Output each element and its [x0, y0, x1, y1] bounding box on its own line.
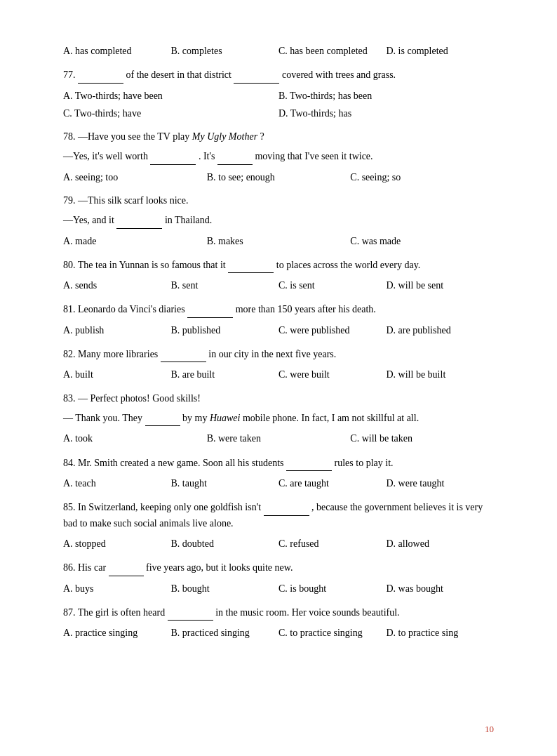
q81-text: Leonardo da Vinci's diaries: [78, 304, 185, 314]
q80-option-b: B. sent: [171, 277, 279, 294]
q83-text2: — Thank you. They by my Huawei mobile ph…: [63, 410, 494, 426]
q87-text-end: in the music room. Her voice sounds beau…: [215, 607, 399, 618]
question-87: 87. The girl is often heard in the music…: [63, 604, 494, 642]
q86-option-a: A. buys: [63, 580, 171, 597]
q87-number: 87.: [63, 607, 76, 618]
q82-text: Many more libraries: [78, 349, 158, 359]
question-85: 85. In Switzerland, keeping only one gol…: [63, 499, 494, 552]
q79-text1: 79. —This silk scarf looks nice.: [63, 193, 494, 208]
q81-text: 81. Leonardo da Vinci's diaries more tha…: [63, 301, 494, 317]
q78-text2: —Yes, it's well worth . It's moving that…: [63, 148, 494, 164]
option-b: B. completes: [171, 42, 279, 60]
q80-text-end: to places across the world every day.: [276, 260, 421, 270]
q86-option-b: B. bought: [171, 580, 279, 597]
q78-option-a: A. seeing; too: [63, 168, 207, 186]
q84-options: A. teach B. taught C. are taught D. were…: [63, 475, 494, 492]
q79-number: 79.: [63, 195, 76, 206]
q87-option-d: D. to practice sing: [387, 624, 495, 642]
q82-options: A. built B. are built C. were built D. w…: [63, 366, 494, 383]
q79-option-a: A. made: [63, 232, 207, 250]
q81-number: 81.: [63, 304, 76, 314]
q83-options: A. took B. were taken C. will be taken: [63, 430, 494, 447]
q86-option-c: C. is bought: [278, 580, 387, 597]
q85-text: In Switzerland, keeping only one goldfis…: [78, 502, 261, 512]
q82-option-c: C. were built: [278, 366, 387, 383]
q83-pre: by my: [182, 413, 207, 423]
q78-title: My Ugly Mother: [192, 131, 257, 142]
top-options-row: A. has completed B. completes C. has bee…: [63, 42, 494, 60]
q81-text-end: more than 150 years after his death.: [236, 304, 376, 314]
q83-option-b: B. were taken: [207, 430, 351, 447]
q86-text-end: five years ago, but it looks quite new.: [146, 562, 293, 573]
q77-text: 77. of the desert in that district cover…: [63, 67, 494, 83]
q77-options: A. Two-thirds; have been B. Two-thirds; …: [63, 87, 494, 122]
q86-option-d: D. was bought: [387, 580, 495, 597]
q83-number: 83.: [63, 393, 76, 404]
q82-option-b: B. are built: [171, 366, 279, 383]
q81-blank: [187, 301, 233, 317]
q79-text2-start: —Yes, and it: [63, 215, 114, 225]
q83-text1: 83. — Perfect photos! Good skills!: [63, 391, 494, 406]
question-78: 78. —Have you see the TV play My Ugly Mo…: [63, 129, 494, 186]
option-c: C. has been completed: [278, 42, 387, 60]
q81-option-b: B. published: [171, 321, 279, 339]
q77-option-b: B. Two-thirds; has been: [278, 87, 494, 105]
q78-text1: 78. —Have you see the TV play My Ugly Mo…: [63, 129, 494, 145]
q82-option-a: A. built: [63, 366, 171, 383]
q84-text: Mr. Smith created a new game. Soon all h…: [78, 458, 284, 468]
q80-number: 80.: [63, 260, 76, 270]
q80-blank: [228, 257, 274, 273]
q79-options: A. made B. makes C. was made: [63, 232, 494, 250]
q84-text-end: rules to play it.: [335, 458, 394, 468]
q87-option-c: C. to practice singing: [278, 624, 387, 642]
q80-text: The tea in Yunnan is so famous that it: [78, 260, 226, 270]
q80-option-d: D. will be sent: [387, 277, 495, 294]
q86-number: 86.: [63, 562, 76, 573]
q87-blank: [168, 604, 213, 621]
q85-option-a: A. stopped: [63, 535, 171, 552]
q78-after-title: ?: [260, 131, 264, 142]
q80-option-a: A. sends: [63, 277, 171, 294]
q86-blank: [109, 559, 144, 576]
q85-option-b: B. doubted: [171, 535, 279, 552]
q79-text2-end: in Thailand.: [165, 215, 212, 225]
question-80: 80. The tea in Yunnan is so famous that …: [63, 257, 494, 295]
q84-blank: [286, 455, 332, 471]
q77-text-after: covered with trees and grass.: [282, 69, 396, 80]
q77-number: 77.: [63, 69, 76, 80]
q80-options: A. sends B. sent C. is sent D. will be s…: [63, 277, 494, 294]
question-83: 83. — Perfect photos! Good skills! — Tha…: [63, 391, 494, 448]
q84-number: 84.: [63, 458, 76, 468]
q83-option-a: A. took: [63, 430, 207, 447]
q77-blank2: [234, 67, 279, 83]
q81-option-c: C. were published: [278, 321, 387, 339]
q84-option-a: A. teach: [63, 475, 171, 492]
q85-options: A. stopped B. doubted C. refused D. allo…: [63, 535, 494, 552]
question-84: 84. Mr. Smith created a new game. Soon a…: [63, 455, 494, 493]
option-d: D. is completed: [387, 42, 495, 60]
option-a: A. has completed: [63, 42, 171, 60]
q82-text-end: in our city in the next five years.: [208, 349, 336, 359]
q83-italic: Huawei: [210, 413, 241, 423]
q82-blank: [161, 346, 206, 362]
q79-blank: [116, 212, 162, 228]
q79-option-c: C. was made: [350, 232, 494, 250]
q78-text2-end: moving that I've seen it twice.: [255, 151, 373, 161]
q77-option-c: C. Two-thirds; have: [63, 105, 278, 122]
q82-number: 82.: [63, 349, 76, 359]
q77-blank1: [78, 67, 123, 83]
q78-text2-mid: . It's: [199, 151, 215, 161]
q84-option-c: C. are taught: [278, 475, 387, 492]
question-86: 86. His car five years ago, but it looks…: [63, 559, 494, 597]
q87-options: A. practice singing B. practiced singing…: [63, 624, 494, 642]
q82-text: 82. Many more libraries in our city in t…: [63, 346, 494, 362]
q87-option-b: B. practiced singing: [171, 624, 279, 642]
q78-blank2: [217, 148, 253, 164]
q84-option-b: B. taught: [171, 475, 279, 492]
question-82: 82. Many more libraries in our city in t…: [63, 346, 494, 384]
q78-number: 78.: [63, 131, 76, 142]
question-81: 81. Leonardo da Vinci's diaries more tha…: [63, 301, 494, 339]
q80-option-c: C. is sent: [278, 277, 387, 294]
q87-text: 87. The girl is often heard in the music…: [63, 604, 494, 621]
q84-option-d: D. were taught: [387, 475, 495, 492]
